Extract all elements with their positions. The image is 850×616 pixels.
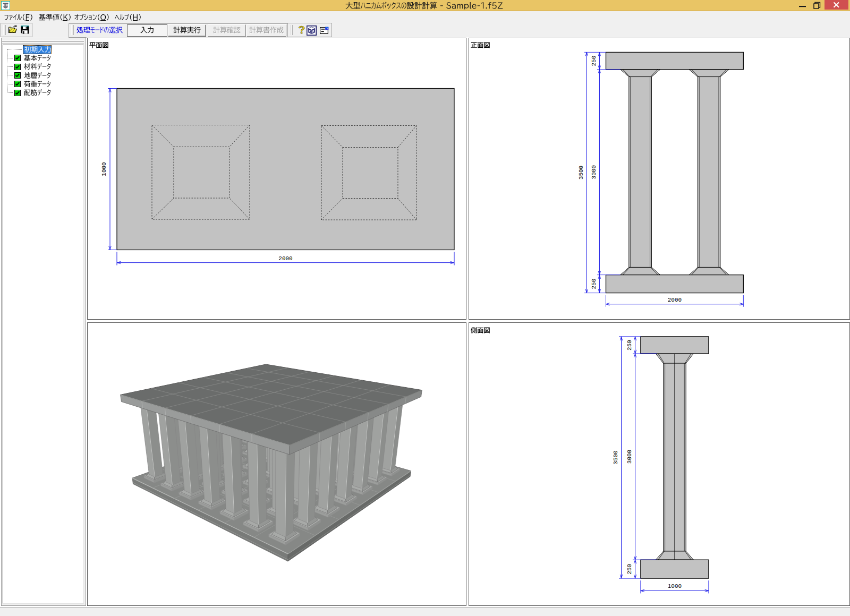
svg-text:250: 250: [626, 564, 633, 575]
svg-text:3500: 3500: [613, 450, 619, 464]
svg-text:250: 250: [591, 56, 597, 66]
svg-text:250: 250: [591, 279, 597, 289]
svg-text:250: 250: [626, 340, 633, 350]
svg-text:1000: 1000: [101, 162, 107, 176]
svg-text:3000: 3000: [591, 165, 597, 179]
svg-text:3000: 3000: [626, 450, 633, 464]
svg-text:2000: 2000: [668, 297, 682, 303]
svg-text:2000: 2000: [278, 255, 292, 262]
svg-text:1000: 1000: [668, 583, 682, 589]
svg-text:3500: 3500: [578, 166, 584, 179]
